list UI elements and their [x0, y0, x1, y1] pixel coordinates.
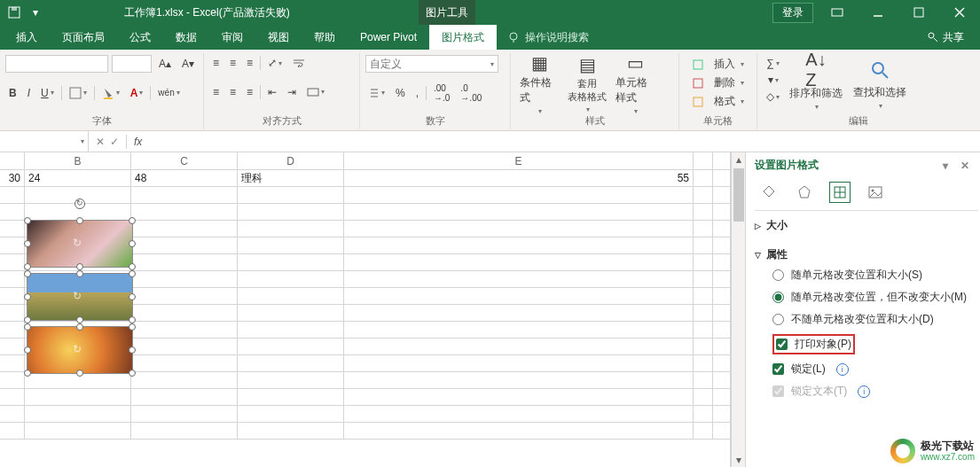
pane-tab-fill-icon[interactable]: [758, 182, 780, 203]
sort-filter-button[interactable]: A↓Z排序和筛选▾: [785, 55, 847, 112]
cell[interactable]: 24: [25, 170, 131, 186]
col-head-f[interactable]: [694, 152, 713, 169]
resize-handle[interactable]: [129, 370, 136, 377]
resize-handle[interactable]: [129, 316, 136, 323]
save-icon[interactable]: [7, 5, 21, 19]
resize-handle[interactable]: [76, 263, 83, 270]
comma-icon[interactable]: ,: [412, 85, 422, 101]
resize-handle[interactable]: [24, 240, 31, 247]
tab-pagelayout[interactable]: 页面布局: [50, 25, 117, 50]
resize-handle[interactable]: [76, 323, 83, 331]
phonetic-guide-button[interactable]: wén▾: [154, 86, 183, 99]
qat-dropdown-icon[interactable]: ▾: [28, 5, 43, 19]
decrease-decimal-icon[interactable]: .0→.00: [457, 82, 485, 105]
opt-no-move[interactable]: 不随单元格改变位置和大小(D): [755, 308, 978, 331]
border-button[interactable]: ▾: [66, 85, 90, 101]
fill-color-button[interactable]: ▾: [98, 85, 123, 101]
col-head-b[interactable]: B: [25, 152, 131, 169]
selected-image-3[interactable]: ↻: [27, 326, 133, 374]
resize-handle[interactable]: [24, 217, 31, 224]
resize-handle[interactable]: [24, 370, 31, 377]
orientation-icon[interactable]: ⤢▾: [264, 55, 286, 71]
tab-picture-format[interactable]: 图片格式: [429, 25, 497, 50]
pane-tab-effects-icon[interactable]: [794, 182, 815, 203]
minimize-button[interactable]: [858, 0, 898, 25]
tab-formulas[interactable]: 公式: [117, 25, 163, 50]
resize-handle[interactable]: [24, 270, 31, 277]
tab-powerpivot[interactable]: Power Pivot: [348, 25, 429, 50]
col-head-d[interactable]: D: [238, 152, 344, 169]
tab-review[interactable]: 审阅: [209, 25, 255, 50]
accounting-format-icon[interactable]: ▾: [365, 86, 388, 100]
opt-move-size[interactable]: 随单元格改变位置和大小(S): [755, 264, 978, 286]
name-box[interactable]: ▾: [0, 131, 89, 152]
opt-print-object[interactable]: 打印对象(P): [755, 331, 978, 358]
scroll-down-icon[interactable]: ▾: [732, 453, 746, 467]
delete-cells-button[interactable]: 删除▾: [685, 74, 751, 92]
section-size-header[interactable]: ▷大小: [755, 216, 978, 235]
tab-insert[interactable]: 插入: [4, 25, 50, 50]
percent-icon[interactable]: %: [392, 85, 409, 101]
italic-button[interactable]: I: [24, 85, 34, 101]
resize-handle[interactable]: [24, 323, 31, 331]
decrease-indent-icon[interactable]: ⇤: [264, 84, 280, 100]
resize-handle[interactable]: [129, 346, 136, 354]
opt-lock[interactable]: 锁定(L)i: [755, 358, 978, 380]
tab-view[interactable]: 视图: [255, 25, 302, 50]
find-select-button[interactable]: 查找和选择▾: [849, 55, 911, 112]
align-center-icon[interactable]: ≡: [226, 84, 239, 100]
conditional-formatting-button[interactable]: ▦条件格式▾: [516, 55, 562, 112]
resize-handle[interactable]: [129, 323, 136, 331]
maximize-button[interactable]: [898, 0, 939, 25]
cell[interactable]: [694, 170, 713, 186]
resize-handle[interactable]: [76, 217, 83, 224]
resize-handle[interactable]: [76, 270, 83, 277]
scroll-thumb[interactable]: [733, 168, 744, 222]
resize-handle[interactable]: [129, 240, 136, 247]
ribbon-display-options-icon[interactable]: [817, 0, 858, 25]
cell[interactable]: 55: [344, 170, 694, 186]
increase-indent-icon[interactable]: ⇥: [284, 84, 300, 100]
opt-move-nosize[interactable]: 随单元格改变位置，但不改变大小(M): [755, 286, 978, 308]
info-icon[interactable]: i: [836, 363, 849, 376]
format-as-table-button[interactable]: ▤套用 表格格式▾: [564, 55, 610, 112]
enter-edit-icon[interactable]: ✓: [110, 136, 119, 148]
cell[interactable]: 48: [131, 170, 238, 186]
login-button[interactable]: 登录: [772, 3, 813, 23]
cancel-edit-icon[interactable]: ✕: [96, 136, 105, 148]
pane-tab-picture-icon[interactable]: [865, 182, 886, 203]
fill-icon[interactable]: ▾▾: [763, 72, 783, 88]
align-bottom-icon[interactable]: ≡: [243, 55, 256, 71]
section-properties-header[interactable]: ▽属性: [755, 245, 978, 264]
increase-font-icon[interactable]: A▴: [155, 56, 175, 72]
pane-close-icon[interactable]: ✕: [960, 160, 969, 172]
resize-handle[interactable]: [24, 263, 31, 270]
tab-help[interactable]: 帮助: [302, 25, 348, 50]
share-button[interactable]: 共享: [927, 25, 980, 50]
tell-me[interactable]: 操作说明搜索: [507, 25, 589, 50]
resize-handle[interactable]: [129, 263, 136, 270]
resize-handle[interactable]: [129, 270, 136, 277]
scroll-up-icon[interactable]: ▴: [732, 152, 746, 167]
pane-options-icon[interactable]: ▾: [943, 160, 948, 172]
underline-button[interactable]: U▾: [37, 85, 58, 101]
spreadsheet-grid[interactable]: B C D E 30 24 48 理科 55: [0, 152, 731, 467]
resize-handle[interactable]: [76, 370, 83, 377]
align-left-icon[interactable]: ≡: [209, 84, 223, 100]
decrease-font-icon[interactable]: A▾: [178, 56, 198, 72]
align-top-icon[interactable]: ≡: [209, 55, 223, 71]
col-head-a[interactable]: [0, 152, 25, 169]
resize-handle[interactable]: [24, 346, 31, 354]
insert-cells-button[interactable]: 插入▾: [685, 55, 751, 74]
vertical-scrollbar[interactable]: ▴ ▾: [731, 152, 745, 467]
autosum-icon[interactable]: ∑▾: [763, 55, 783, 71]
rotate-handle-icon[interactable]: [74, 198, 85, 209]
number-format-combo[interactable]: 自定义▾: [365, 55, 498, 73]
merge-center-icon[interactable]: ▾: [303, 86, 328, 98]
col-head-e[interactable]: E: [344, 152, 694, 169]
pane-tab-size-icon[interactable]: [829, 182, 851, 203]
font-color-button[interactable]: A▾: [127, 85, 147, 101]
align-middle-icon[interactable]: ≡: [226, 55, 239, 71]
font-name-combo[interactable]: [5, 55, 108, 73]
selected-image-2[interactable]: ↻: [27, 273, 133, 321]
